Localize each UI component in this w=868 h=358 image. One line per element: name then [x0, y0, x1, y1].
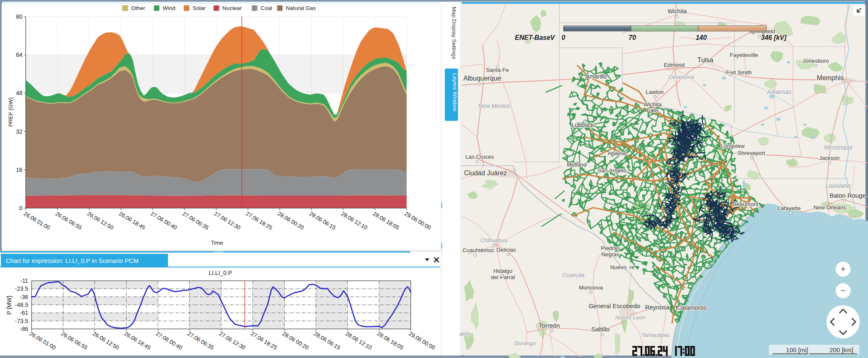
svg-text:Oklahoma: Oklahoma [668, 74, 694, 80]
svg-text:Reynosa: Reynosa [645, 304, 670, 311]
svg-text:General Escobedo: General Escobedo [589, 302, 640, 309]
svg-text:Map Display Settings: Map Display Settings [451, 7, 457, 59]
svg-text:Memphis: Memphis [817, 74, 844, 81]
svg-text:San Angelo: San Angelo [597, 167, 626, 174]
svg-text:140: 140 [696, 34, 707, 41]
svg-text:Monclova: Monclova [579, 284, 603, 291]
svg-text:Natural Gas: Natural Gas [286, 5, 316, 11]
svg-text:Nuclear: Nuclear [222, 5, 242, 11]
svg-text:70: 70 [629, 34, 636, 41]
svg-text:Saltillo: Saltillo [591, 326, 610, 333]
svg-text:Lafayette: Lafayette [778, 205, 801, 211]
svg-text:Chart for expression: LI.LI_0.: Chart for expression: LI.LI_0.P in Scena… [6, 257, 139, 264]
svg-text:-86: -86 [20, 326, 28, 332]
svg-text:Delicias: Delicias [496, 247, 516, 253]
svg-text:P [MW]: P [MW] [6, 296, 12, 315]
svg-text:Edmond: Edmond [664, 62, 685, 68]
svg-text:Midland: Midland [567, 162, 586, 168]
svg-text:aloa: aloa [459, 331, 470, 337]
svg-text:Torreón: Torreón [539, 322, 560, 329]
svg-text:Other: Other [131, 5, 145, 11]
svg-text:100 [mi]: 100 [mi] [786, 346, 808, 353]
svg-text:Coal: Coal [261, 5, 272, 11]
svg-text:Las Cruces: Las Cruces [466, 154, 494, 160]
svg-text:Hidalgo: Hidalgo [493, 268, 512, 274]
svg-text:Baton Rouge: Baton Rouge [829, 192, 866, 199]
svg-text:Wichita: Wichita [668, 8, 687, 15]
svg-text:ENET-BaseV: ENET-BaseV [515, 34, 555, 41]
svg-text:Wind: Wind [163, 5, 176, 11]
svg-text:Nuevo re: Nuevo re [610, 264, 635, 270]
svg-text:48: 48 [16, 90, 22, 96]
svg-text:Falls: Falls [647, 107, 659, 113]
svg-text:Arkansas: Arkansas [767, 88, 791, 95]
svg-text:Beaumont: Beaumont [733, 201, 758, 207]
svg-text:Layers Window: Layers Window [452, 73, 458, 112]
svg-text:-36: -36 [20, 294, 28, 300]
svg-text:Fayetteville: Fayetteville [730, 52, 758, 58]
svg-text:0: 0 [19, 205, 22, 211]
svg-text:-73.5: -73.5 [15, 318, 28, 324]
svg-text:200 [km]: 200 [km] [829, 346, 853, 353]
svg-text:Coahuila: Coahuila [562, 272, 585, 278]
svg-text:Longview: Longview [721, 143, 744, 149]
svg-text:Amarillo: Amarillo [586, 73, 607, 80]
svg-text:Time: Time [211, 240, 223, 246]
svg-text:Cuauhtémoc: Cuauhtémoc [463, 247, 495, 253]
svg-text:0: 0 [562, 34, 566, 41]
svg-text:PREF [GW]: PREF [GW] [7, 98, 14, 127]
svg-text:Mississippi: Mississippi [824, 144, 853, 151]
svg-text:LI.LI_0.P: LI.LI_0.P [209, 270, 232, 276]
svg-text:346 [kV]: 346 [kV] [761, 34, 787, 41]
svg-text:Lubbock: Lubbock [572, 122, 594, 128]
svg-text:Wichita: Wichita [644, 101, 662, 108]
svg-text:Nuevo León: Nuevo León [615, 314, 646, 321]
svg-text:Jackson: Jackson [819, 155, 840, 161]
svg-text:−: − [841, 285, 846, 296]
svg-text:Chihuahua: Chihuahua [480, 237, 507, 243]
svg-text:Shreveport: Shreveport [738, 150, 765, 156]
svg-text:Albuquerque: Albuquerque [463, 75, 501, 82]
svg-text:-23.5: -23.5 [15, 285, 28, 292]
svg-text:Tulsa: Tulsa [697, 56, 714, 64]
svg-text:Ciudad Juárez: Ciudad Juárez [464, 169, 507, 177]
svg-text:New Orleans: New Orleans [814, 204, 846, 211]
svg-text:-61: -61 [20, 309, 28, 316]
svg-text:+: + [841, 264, 846, 274]
svg-text:64: 64 [16, 51, 22, 58]
svg-text:32: 32 [16, 128, 22, 135]
svg-text:Lawton: Lawton [646, 89, 664, 95]
svg-text:Durango: Durango [514, 340, 536, 346]
svg-text:Piedras: Piedras [601, 245, 620, 251]
svg-text:16: 16 [16, 167, 22, 173]
svg-text:Tamaulipas: Tamaulipas [641, 332, 670, 338]
svg-text:Louisiana: Louisiana [825, 182, 850, 189]
svg-text:-11: -11 [20, 277, 28, 284]
svg-text:New Mexico: New Mexico [478, 103, 510, 109]
svg-text:Jonesboro: Jonesboro [802, 58, 829, 64]
svg-text:80: 80 [16, 13, 22, 20]
svg-text:-48.5: -48.5 [15, 302, 28, 308]
svg-text:Abilene: Abilene [607, 150, 626, 157]
svg-text:Negras: Negras [601, 251, 619, 257]
svg-text:Solar: Solar [193, 5, 206, 11]
